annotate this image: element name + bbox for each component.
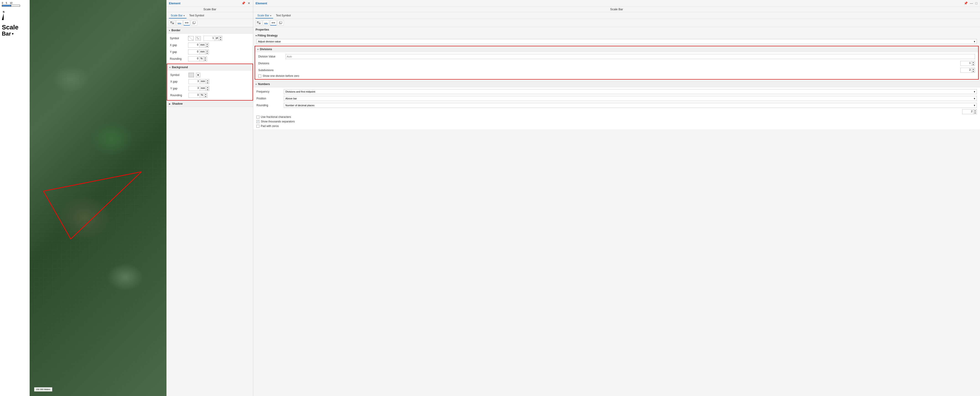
middle-bg-rounding-down[interactable]: ▼ [204,95,207,98]
right-decimal-down[interactable]: ▼ [974,112,977,114]
right-toolbar-bar-icon[interactable]: 0 5 10 [263,20,269,25]
middle-bg-ygap-value[interactable]: 3 [189,86,200,91]
middle-bg-xgap-value[interactable]: 3 [189,79,200,84]
middle-border-rounding-unit: % [199,56,204,61]
right-frequency-label: Frequency [256,90,284,93]
middle-tab-scale-bar-dropdown[interactable]: ▾ [183,14,185,17]
right-subdivisions-down[interactable]: ▼ [972,70,975,73]
middle-bg-rounding-value[interactable]: 0 [189,93,200,98]
right-subdivisions-value[interactable]: 2 [960,68,972,73]
middle-bg-dropdown-btn[interactable]: ▾ [196,73,200,77]
middle-bg-symbol-label: Symbol [170,73,189,76]
middle-border-xgap-value[interactable]: 0 [188,43,199,48]
right-divisions-toggle[interactable]: ▾ [258,48,259,51]
middle-border-ygap-spinner[interactable]: ▲ ▼ [205,49,209,54]
right-toolbar-copy-icon[interactable] [277,20,284,25]
middle-toolbar-line-icon[interactable] [183,20,190,25]
middle-bg-xgap-spinner[interactable]: ▲ ▼ [206,79,209,84]
middle-tab-text-symbol[interactable]: Text Symbol [188,13,206,19]
middle-bg-ygap-up[interactable]: ▲ [206,86,209,89]
right-decimal-input[interactable]: 2 ▲ ▼ [962,109,977,114]
middle-background-header[interactable]: ▾ Background [167,64,253,70]
middle-border-xgap-up[interactable]: ▲ [205,43,208,45]
right-divisions-value[interactable]: 1 [960,61,972,66]
right-show-thousands-checkbox[interactable]: ✓ [256,120,259,123]
middle-bg-rounding-spinner[interactable]: ▲ ▼ [204,93,207,98]
middle-panel[interactable]: Element 📌 ✕ Scale Bar Scale Bar ▾ Text S… [166,0,253,396]
right-pin-btn[interactable]: 📌 [963,2,968,5]
middle-border-xgap-input[interactable]: 0 mm ▲ ▼ [188,43,209,48]
right-tab-scale-bar[interactable]: Scale Bar ▾ [256,13,273,19]
middle-border-rounding-spinner[interactable]: ▲ ▼ [204,56,207,61]
middle-border-rounding-label: Rounding [170,57,188,60]
right-panel[interactable]: Element 📌 — □ Scale Bar Scale Bar ▾ Text… [253,0,980,396]
right-show-one-division-checkbox[interactable] [258,75,261,78]
right-division-value-input[interactable] [286,54,975,59]
middle-bg-ygap-spinner[interactable]: ▲ ▼ [206,86,209,91]
right-divisions-header[interactable]: ▾ Divisions [255,46,978,52]
middle-border-xgap-spinner[interactable]: ▲ ▼ [205,43,209,48]
middle-bg-ygap-down[interactable]: ▼ [206,89,209,91]
middle-border-pattern-btn[interactable] [196,36,201,41]
middle-border-header[interactable]: ▾ Border [167,27,253,33]
middle-toolbar-bar-icon[interactable]: 0 5 10 [176,20,183,25]
right-subdivisions-up[interactable]: ▲ [972,68,975,70]
right-divisions-up[interactable]: ▲ [972,61,975,64]
right-decimal-up[interactable]: ▲ [974,110,977,112]
middle-bg-symbol-swatch[interactable] [189,73,194,77]
right-decimal-value[interactable]: 2 [962,109,974,114]
middle-bg-xgap-input[interactable]: 3 mm ▲ ▼ [189,79,209,84]
middle-border-rounding-value[interactable]: 0 [188,56,199,61]
middle-shadow-header[interactable]: ▶ Shadow [167,100,253,107]
middle-close-btn[interactable]: ✕ [247,2,251,5]
right-frequency-dropdown[interactable]: Divisions and first midpoint ▾ [284,89,977,94]
middle-border-ygap-down[interactable]: ▼ [205,52,208,54]
right-divisions-input[interactable]: 1 ▲ ▼ [960,61,975,66]
right-numbers-toggle[interactable]: ▾ [256,83,257,86]
middle-border-pt-value[interactable]: 1 [204,36,215,41]
middle-border-rounding-up[interactable]: ▲ [204,57,207,59]
middle-bg-rounding-up[interactable]: ▲ [204,93,207,95]
middle-border-xgap-down[interactable]: ▼ [205,45,208,48]
middle-border-ygap-value[interactable]: 0 [188,49,199,54]
right-minimize-btn[interactable]: — [969,2,974,5]
middle-border-rounding-down[interactable]: ▼ [204,59,207,61]
middle-border-toggle[interactable]: ▾ [169,29,170,32]
middle-border-symbol-swatch[interactable] [188,36,194,41]
middle-bg-xgap-down[interactable]: ▼ [206,82,209,84]
middle-toolbar-copy-icon[interactable] [191,20,197,25]
right-tab-scale-bar-dropdown[interactable]: ▾ [270,14,271,17]
right-rounding-dropdown[interactable]: Number of decimal places ▾ [284,103,977,108]
middle-border-pt-down[interactable]: ▼ [219,38,222,41]
right-tab-text-symbol[interactable]: Text Symbol [274,13,293,19]
right-pad-zeros-checkbox[interactable] [256,125,259,128]
svg-rect-13 [193,21,196,24]
middle-border-ygap-input[interactable]: 0 mm ▲ ▼ [188,49,209,54]
right-divisions-spinner[interactable]: ▲ ▼ [972,61,975,66]
right-position-dropdown[interactable]: Above bar ▾ [284,96,977,101]
right-fitting-strategy-dropdown[interactable]: Adjust division value ▾ [256,39,977,44]
scale-dropdown-arrow[interactable]: ▾ [12,32,13,35]
right-maximize-btn[interactable]: □ [975,2,978,5]
middle-border-pt-input[interactable]: 1 pt ▲ ▼ [204,36,222,41]
middle-tab-scale-bar[interactable]: Scale Bar ▾ [169,13,186,19]
right-use-fractional-checkbox[interactable] [256,116,259,119]
middle-toolbar-grid-icon[interactable] [169,20,175,25]
right-toolbar-line-icon[interactable] [270,20,277,25]
right-toolbar-grid-icon[interactable] [256,20,262,25]
middle-border-rounding-input[interactable]: 0 % ▲ ▼ [188,56,207,61]
middle-bg-xgap-up[interactable]: ▲ [206,80,209,82]
middle-background-toggle[interactable]: ▾ [169,66,170,68]
right-subdivisions-input[interactable]: 2 ▲ ▼ [960,68,975,73]
middle-border-pt-up[interactable]: ▲ [219,36,222,38]
right-decimal-spinner[interactable]: ▲ ▼ [974,109,977,114]
middle-border-ygap-up[interactable]: ▲ [205,50,208,52]
right-subdivisions-spinner[interactable]: ▲ ▼ [972,68,975,73]
middle-bg-rounding-input[interactable]: 0 % ▲ ▼ [189,93,207,98]
right-divisions-down[interactable]: ▼ [972,64,975,66]
right-numbers-header[interactable]: ▾ Numbers [253,81,980,87]
middle-bg-ygap-input[interactable]: 3 mm ▲ ▼ [189,86,209,91]
middle-border-pt-spinner[interactable]: ▲ ▼ [219,36,222,41]
middle-pin-btn[interactable]: 📌 [241,2,246,5]
middle-shadow-toggle[interactable]: ▶ [169,103,171,105]
